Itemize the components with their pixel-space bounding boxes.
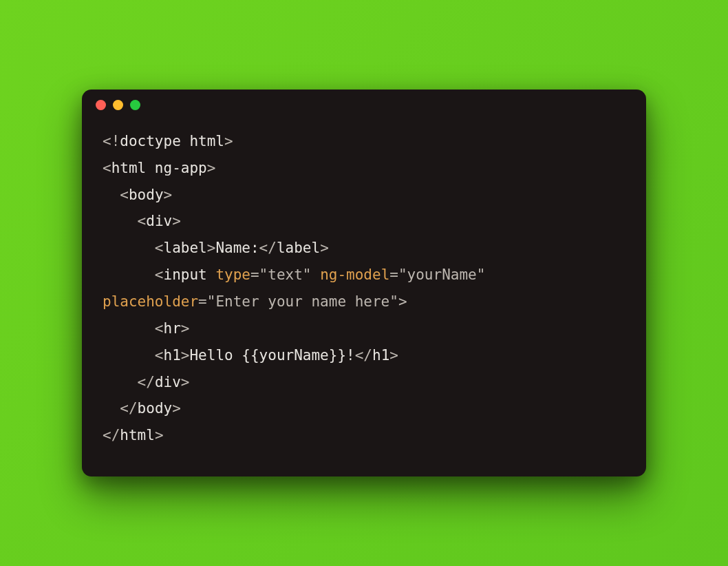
- code-token: =: [250, 266, 259, 283]
- code-block: <!doctype html> <html ng-app> <body> <di…: [82, 121, 646, 476]
- code-token: "yourName": [398, 266, 485, 283]
- code-token: >: [207, 160, 216, 176]
- code-token: >: [155, 427, 164, 443]
- code-token: body: [129, 187, 164, 203]
- code-token: Name:: [215, 240, 259, 256]
- code-token: </: [120, 400, 137, 417]
- code-token: "text": [259, 266, 312, 283]
- code-token: >: [224, 133, 233, 149]
- code-token: <: [155, 240, 164, 256]
- traffic-light-close-icon[interactable]: [96, 100, 106, 110]
- code-token: <: [120, 187, 129, 203]
- code-window: <!doctype html> <html ng-app> <body> <di…: [82, 90, 646, 476]
- code-token: "Enter your name here": [207, 293, 398, 310]
- code-token: >: [181, 347, 190, 364]
- code-token: body: [138, 400, 173, 417]
- code-token: h1: [164, 347, 181, 364]
- code-token: >: [172, 400, 181, 417]
- code-token: >: [181, 374, 190, 390]
- code-token: <: [155, 347, 164, 364]
- code-token: >: [181, 320, 190, 337]
- code-token: <: [103, 160, 111, 176]
- code-token: >: [172, 213, 181, 229]
- code-token: >: [389, 347, 398, 364]
- window-titlebar: [82, 90, 646, 121]
- code-token: >: [164, 187, 173, 203]
- code-token: >: [320, 240, 329, 256]
- code-token: hr: [164, 320, 181, 337]
- code-token: </: [138, 374, 155, 390]
- code-token: doctype html: [120, 133, 224, 149]
- code-token: placeholder: [103, 293, 198, 310]
- code-token: h1: [372, 347, 389, 364]
- code-token: <!: [103, 133, 120, 149]
- code-token: div: [146, 213, 172, 229]
- code-token: Hello {{yourName}}!: [189, 347, 354, 364]
- code-token: <: [155, 320, 164, 337]
- code-token: [485, 266, 494, 283]
- code-token: =: [389, 266, 398, 283]
- code-token: </: [355, 347, 372, 364]
- code-token: >: [207, 240, 216, 256]
- traffic-light-zoom-icon[interactable]: [130, 100, 140, 110]
- code-token: label: [277, 240, 320, 256]
- code-token: html: [120, 427, 155, 443]
- code-token: label: [164, 240, 207, 256]
- code-token: </: [103, 427, 120, 443]
- code-token: ng-model: [320, 266, 389, 283]
- code-token: >: [398, 293, 407, 310]
- code-token: </: [259, 240, 277, 256]
- code-token: <: [155, 266, 164, 283]
- traffic-light-minimize-icon[interactable]: [113, 100, 123, 110]
- code-token: type: [215, 266, 250, 283]
- code-token: =: [198, 293, 207, 310]
- code-token: html ng-app: [111, 160, 207, 176]
- code-token: <: [138, 213, 147, 229]
- code-token: input: [164, 266, 216, 283]
- code-token: [311, 266, 320, 283]
- code-token: div: [155, 374, 181, 390]
